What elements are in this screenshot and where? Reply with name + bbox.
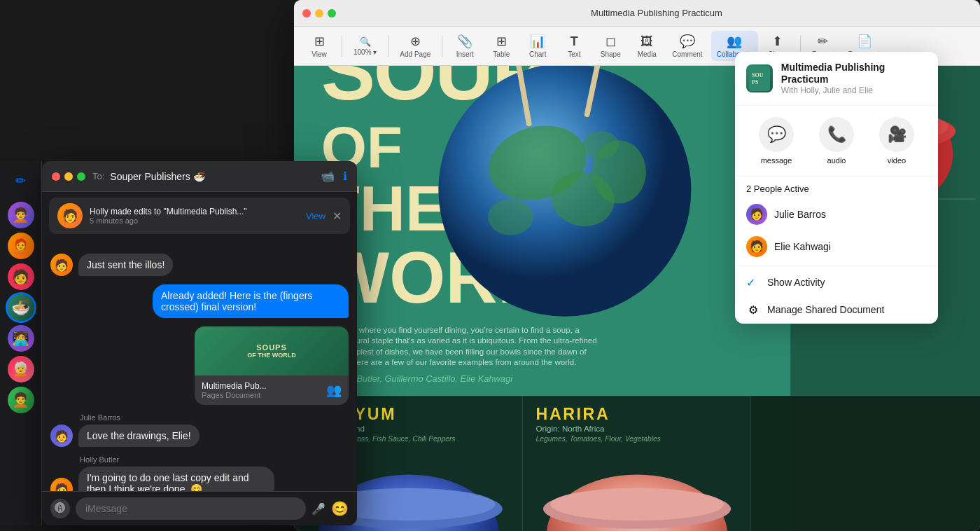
doc-card-info: Multimedia Pub... Pages Document 👥 xyxy=(195,375,349,405)
manage-shared-icon: ⚙ xyxy=(746,303,760,317)
sidebar-contact-5[interactable]: 🧑‍💻 xyxy=(8,325,34,352)
sidebar-contact-3[interactable]: 🧑 xyxy=(8,263,34,290)
message-input[interactable] xyxy=(76,497,306,520)
info-icon[interactable]: ℹ xyxy=(343,170,347,183)
audio-action-label: audio xyxy=(827,156,846,165)
window-controls xyxy=(52,172,85,181)
zoom-icon: 🔍 xyxy=(360,36,371,47)
media-label: Media xyxy=(638,50,657,58)
call-icons: 📹 ℹ xyxy=(321,170,347,183)
collab-video-action[interactable]: 🎥 video xyxy=(879,117,914,165)
sidebar-contact-2[interactable]: 🧑‍🦰 xyxy=(8,233,34,259)
collab-header: SOU PS Multimedia Publishing Practicum W… xyxy=(735,52,938,106)
toolbar-media[interactable]: 🖼 Media xyxy=(630,32,664,61)
video-call-icon[interactable]: 📹 xyxy=(321,170,335,183)
pages-minimize[interactable] xyxy=(315,9,323,18)
collab-message-action[interactable]: 💬 message xyxy=(759,117,794,165)
msg-sender-2: Holly Butler xyxy=(50,455,349,464)
svg-rect-65 xyxy=(750,396,980,531)
collab-audio-action[interactable]: 📞 audio xyxy=(819,117,854,165)
collab-doc-title: Multimedia Publishing Practicum xyxy=(781,62,927,85)
notif-time: 5 minutes ago xyxy=(90,216,299,225)
add-page-label: Add Page xyxy=(400,50,430,58)
msg-avatar-2: 🧑 xyxy=(50,425,73,447)
svg-text:cross-cultural staple that's a: cross-cultural staple that's as varied a… xyxy=(321,336,597,345)
toolbar-text[interactable]: T Text xyxy=(557,32,591,61)
to-label: To: xyxy=(92,171,104,181)
show-activity-item[interactable]: ✓ Show Activity xyxy=(735,269,938,296)
julie-name: Julie Barros xyxy=(774,209,826,220)
toolbar-comment[interactable]: 💬 Comment xyxy=(666,31,708,61)
text-label: Text xyxy=(568,50,580,58)
add-page-icon: ⊕ xyxy=(410,34,421,49)
message-action-btn: 💬 xyxy=(759,117,794,152)
video-action-btn: 🎥 xyxy=(879,117,914,152)
doc-card-row: SOUPS OF THE WORLD Multimedia Pub... Pag… xyxy=(50,326,349,405)
pages-close[interactable] xyxy=(302,9,311,18)
compose-button[interactable]: ✏ xyxy=(10,170,32,192)
document-icon: 📄 xyxy=(857,34,872,49)
shared-doc-card[interactable]: SOUPS OF THE WORLD Multimedia Pub... Pag… xyxy=(195,326,349,405)
toolbar-divider-2 xyxy=(388,36,388,57)
svg-point-22 xyxy=(592,140,646,203)
collab-people-header: 2 People Active xyxy=(735,177,938,198)
collab-separator xyxy=(735,266,938,266)
share-icon: ⬆ xyxy=(772,34,783,49)
sidebar-contact-7[interactable]: 🧑‍🦱 xyxy=(8,387,34,413)
messages-input-bar: 🅐 🎤 😊 xyxy=(42,491,357,525)
msg-sender-1: Julie Barros xyxy=(50,413,349,422)
insert-label: Insert xyxy=(456,50,474,58)
notif-view-button[interactable]: View xyxy=(306,211,326,221)
notif-close-button[interactable]: ✕ xyxy=(332,209,342,223)
recipient-area: To: Souper Publishers 🍜 xyxy=(92,171,314,182)
collaborate-dropdown: SOU PS Multimedia Publishing Practicum W… xyxy=(735,52,938,324)
svg-point-20 xyxy=(488,199,533,235)
close-button[interactable] xyxy=(52,172,60,181)
svg-text:Legumes, Tomatoes, Flour, Vege: Legumes, Tomatoes, Flour, Vegetables xyxy=(536,435,661,443)
minimize-button[interactable] xyxy=(64,172,73,181)
pages-window-controls xyxy=(302,9,336,18)
manage-shared-item[interactable]: ⚙ Manage Shared Document xyxy=(735,296,938,324)
doc-card-preview: SOUPS OF THE WORLD xyxy=(195,326,349,375)
bubble-incoming-2: Love the drawings, Elie! xyxy=(78,425,200,447)
toolbar-view[interactable]: ⊞ View xyxy=(302,31,336,61)
maximize-button[interactable] xyxy=(77,172,85,181)
media-icon: 🖼 xyxy=(640,34,653,49)
svg-text:to the simplest of dishes, we : to the simplest of dishes, we have been … xyxy=(321,347,587,356)
messages-window: To: Souper Publishers 🍜 📹 ℹ 🧑 Holly made… xyxy=(42,161,357,525)
apps-button[interactable]: 🅐 xyxy=(50,499,70,518)
notification-banner: 🧑 Holly made edits to "Multimedia Publis… xyxy=(49,198,350,234)
toolbar-insert[interactable]: 📎 Insert xyxy=(448,31,482,61)
sidebar-contact-4[interactable]: 🍜 xyxy=(8,294,34,321)
toolbar-add-page[interactable]: ⊕ Add Page xyxy=(394,31,436,61)
toolbar-chart[interactable]: 📊 Chart xyxy=(521,31,554,61)
collaborate-icon: 👥 xyxy=(727,34,742,49)
svg-text:Origin: North Africa: Origin: North Africa xyxy=(536,424,605,433)
emoji-button[interactable]: 😊 xyxy=(331,500,349,517)
text-icon: T xyxy=(570,34,578,49)
elie-avatar: 🧑 xyxy=(746,236,767,257)
msg-avatar-1: 🧑 xyxy=(50,254,73,276)
insert-icon: 📎 xyxy=(457,34,472,49)
message-row-1: 🧑 Just sent the illos! xyxy=(50,254,349,276)
bubble-outgoing-1: Already added! Here is the (fingers cros… xyxy=(153,284,349,318)
doc-card-title: Multimedia Pub... xyxy=(202,381,267,391)
audio-icon[interactable]: 🎤 xyxy=(312,502,326,516)
collab-actions: 💬 message 📞 audio 🎥 video xyxy=(735,106,938,177)
shape-icon: ◻ xyxy=(606,34,616,49)
toolbar-shape[interactable]: ◻ Shape xyxy=(594,31,627,61)
bubble-incoming-1: Just sent the illos! xyxy=(78,254,173,276)
toolbar-table[interactable]: ⊞ Table xyxy=(484,31,518,61)
notif-avatar: 🧑 xyxy=(57,203,83,228)
pages-maximize[interactable] xyxy=(328,9,336,18)
toolbar-zoom[interactable]: 🔍 100% ▾ xyxy=(348,34,382,59)
message-row-2: Already added! Here is the (fingers cros… xyxy=(50,284,349,318)
collab-person-julie: 🧑 Julie Barros xyxy=(735,198,938,230)
sidebar-contact-1[interactable]: 🧑‍🦱 xyxy=(8,202,34,228)
toolbar-divider-1 xyxy=(342,36,342,57)
svg-text:SOU: SOU xyxy=(752,72,764,78)
messages-body: 🧑 Just sent the illos! Already added! He… xyxy=(42,240,357,491)
sidebar-contact-6[interactable]: 🧑‍🦳 xyxy=(8,356,34,382)
svg-text:No matter where you find yours: No matter where you find yourself dining… xyxy=(321,325,580,334)
svg-text:cuisine. Here are a few of our: cuisine. Here are a few of our favorite … xyxy=(321,357,577,366)
